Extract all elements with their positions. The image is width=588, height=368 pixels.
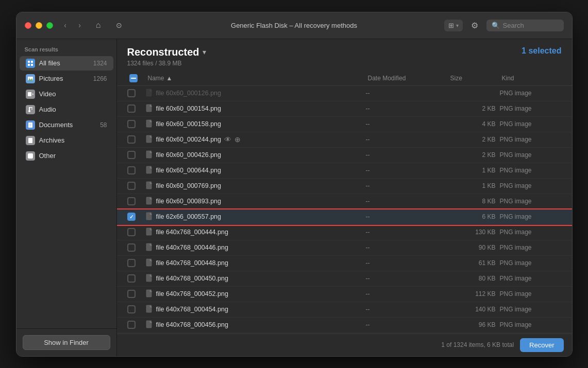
row-name-cell: file 60x60_000244.png 👁 ⊕ xyxy=(146,135,366,145)
file-name: file 640x768_000452.png xyxy=(156,290,228,297)
row-date: -- xyxy=(366,213,448,220)
search-input[interactable] xyxy=(503,22,559,29)
row-date: -- xyxy=(366,275,448,282)
table-row: file 640x768_000446.png -- 90 KB PNG ima… xyxy=(117,240,572,256)
row-name-cell: file 60x60_000644.png xyxy=(146,166,366,176)
row-checkbox[interactable] xyxy=(127,120,136,128)
file-icon xyxy=(146,135,153,145)
file-icon xyxy=(146,150,153,160)
sidebar-footer: Show in Finder xyxy=(16,328,116,356)
sidebar-item-archives[interactable]: Archives xyxy=(20,133,113,148)
nav-forward-button[interactable]: › xyxy=(74,19,86,31)
preview-icon[interactable]: 👁 xyxy=(224,135,231,144)
row-kind: PNG image xyxy=(500,90,562,97)
other-icon: ? xyxy=(26,151,35,161)
row-checkbox-cell xyxy=(127,135,146,144)
sidebar-item-other[interactable]: ? Other xyxy=(20,149,113,163)
row-date: -- xyxy=(366,229,448,236)
row-checkbox[interactable] xyxy=(127,182,136,190)
file-name: file 640x768_000454.png xyxy=(156,306,228,313)
file-icon xyxy=(146,227,153,237)
name-header[interactable]: Name ▲ xyxy=(146,71,366,85)
all-files-icon xyxy=(26,59,35,68)
sidebar-item-video[interactable]: Video xyxy=(20,87,113,101)
file-icon xyxy=(146,212,153,222)
row-checkbox-cell xyxy=(127,197,146,205)
row-checkbox[interactable] xyxy=(127,151,136,159)
sort-icon: ▲ xyxy=(166,75,173,82)
row-name-cell: file 640x768_000446.png xyxy=(146,243,366,253)
row-kind: PNG image xyxy=(500,229,562,236)
row-checkbox[interactable] xyxy=(127,305,136,313)
row-checkbox[interactable] xyxy=(127,274,136,283)
row-name-cell: file 60x60_000769.png xyxy=(146,181,366,191)
file-table-wrapper: Name ▲ Date Modified Size Kind xyxy=(117,71,572,334)
row-checkbox[interactable] xyxy=(127,197,136,205)
sidebar-item-pictures[interactable]: Pictures 1266 xyxy=(20,72,113,86)
show-in-finder-button[interactable]: Show in Finder xyxy=(23,335,110,350)
file-name: file 62x66_000557.png xyxy=(156,213,222,220)
row-checkbox[interactable] xyxy=(127,228,136,236)
file-icon xyxy=(146,104,153,114)
size-header[interactable]: Size xyxy=(448,71,500,85)
row-checkbox[interactable] xyxy=(127,290,136,298)
row-checkbox-cell xyxy=(127,104,146,113)
row-date: -- xyxy=(366,120,448,128)
search-box[interactable]: 🔍 xyxy=(486,20,564,31)
home-button[interactable]: ⌂ xyxy=(90,17,107,33)
file-icon xyxy=(146,181,153,191)
maximize-button[interactable] xyxy=(46,22,53,29)
row-date: -- xyxy=(366,306,448,313)
row-checkbox[interactable] xyxy=(127,104,136,113)
sidebar-item-documents[interactable]: Documents 58 xyxy=(20,118,113,132)
row-checkbox-cell xyxy=(127,151,146,159)
view-toggle-button[interactable]: ⊞ ▾ xyxy=(444,20,463,31)
row-checkbox-cell xyxy=(127,182,146,190)
file-name: file 60x60_000644.png xyxy=(156,167,222,174)
add-icon[interactable]: ⊕ xyxy=(234,135,241,144)
file-icon xyxy=(146,119,153,129)
row-checkbox[interactable] xyxy=(127,135,136,144)
close-button[interactable] xyxy=(25,22,31,29)
row-checkbox[interactable] xyxy=(127,213,136,221)
row-kind: PNG image xyxy=(500,275,562,282)
table-row: file 60x60_000158.png -- 4 KB PNG image xyxy=(117,117,572,132)
sidebar-item-all-files[interactable]: All files 1324 xyxy=(20,56,113,71)
svg-rect-3 xyxy=(31,64,33,66)
row-date: -- xyxy=(366,182,448,189)
nav-buttons: ‹ › xyxy=(59,19,86,31)
file-icon xyxy=(146,243,153,253)
sidebar-item-audio[interactable]: Audio xyxy=(20,102,113,117)
file-name: file 640x768_000448.png xyxy=(156,259,228,267)
row-checkbox[interactable] xyxy=(127,259,136,267)
file-name: file 640x768_000450.png xyxy=(156,275,228,282)
row-checkbox[interactable] xyxy=(127,89,136,97)
title-dropdown-arrow[interactable]: ▾ xyxy=(203,48,206,56)
file-icon xyxy=(146,274,153,284)
kind-header[interactable]: Kind xyxy=(500,71,562,85)
minimize-button[interactable] xyxy=(36,22,42,29)
row-size: 1 KB xyxy=(448,182,500,189)
date-header[interactable]: Date Modified xyxy=(366,71,448,85)
row-date: -- xyxy=(366,259,448,267)
row-kind: PNG image xyxy=(500,198,562,205)
content-area: Reconstructed ▾ 1324 files / 38.9 MB 1 s… xyxy=(117,39,572,356)
view-dropdown-arrow: ▾ xyxy=(456,23,459,28)
recover-button[interactable]: Recover xyxy=(520,338,563,352)
row-kind: PNG image xyxy=(500,167,562,174)
filter-button[interactable]: ⚙ xyxy=(469,19,480,32)
row-checkbox[interactable] xyxy=(127,243,136,252)
history-button[interactable]: ⊙ xyxy=(111,17,127,33)
file-name: file 640x768_000444.png xyxy=(156,229,228,236)
row-size: 90 KB xyxy=(448,244,500,251)
video-label: Video xyxy=(39,90,103,98)
row-size: 6 KB xyxy=(448,213,500,220)
row-checkbox[interactable] xyxy=(127,321,136,329)
row-checkbox[interactable] xyxy=(127,166,136,174)
nav-back-button[interactable]: ‹ xyxy=(59,19,72,31)
row-checkbox-cell xyxy=(127,89,146,97)
row-checkbox-cell xyxy=(127,120,146,128)
row-size: 112 KB xyxy=(448,290,500,297)
file-table: file 60x60_000126.png -- PNG image file … xyxy=(117,86,572,334)
table-row: file 60x60_000126.png -- PNG image xyxy=(117,86,572,101)
